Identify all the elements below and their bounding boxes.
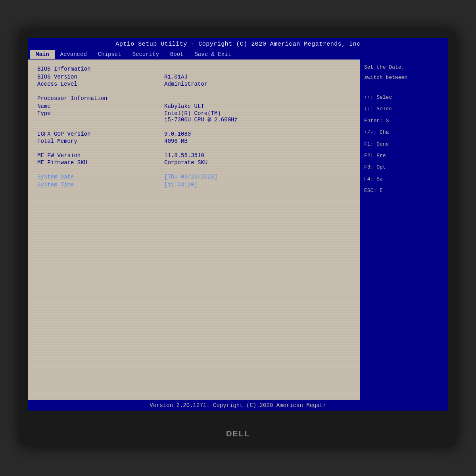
tab-chipset[interactable]: Chipset xyxy=(92,50,127,59)
processor-name-row: Name Kabylake ULT xyxy=(37,103,351,109)
me-sku-value: Corporate SKU xyxy=(164,159,207,166)
main-panel: BIOS Information BIOS Version R1.01AJ Ac… xyxy=(28,60,361,409)
help-divider xyxy=(364,87,445,87)
shortcut-esc: ESC: E xyxy=(364,186,445,195)
total-memory-row: Total Memory 4096 MB xyxy=(37,138,351,144)
bios-version-value: R1.01AJ xyxy=(164,74,188,80)
igfx-gop-row: IGFX GOP Version 9.0.1080 xyxy=(37,131,351,137)
igfx-gop-label: IGFX GOP Version xyxy=(37,131,164,137)
system-date-label: System Date xyxy=(37,174,164,180)
access-level-value: Administrator xyxy=(164,81,207,87)
system-date-row[interactable]: System Date [Thu 03/23/2023] xyxy=(37,174,351,180)
igfx-gop-value: 9.0.1080 xyxy=(164,131,191,137)
processor-name-label: Name xyxy=(37,103,164,109)
tab-main[interactable]: Main xyxy=(30,50,55,59)
shortcut-select-item: ↑↓: Selec xyxy=(364,104,445,113)
processor-type-label: Type xyxy=(37,110,164,123)
help-text-line2: switch between xyxy=(364,74,445,82)
processor-info-section: Processor Information Name Kabylake ULT … xyxy=(37,95,351,123)
processor-type-value: Intel(R) Core(TM) i5-7300U CPU @ 2.60GHz xyxy=(164,110,238,123)
processor-name-value: Kabylake ULT xyxy=(164,103,204,109)
shortcut-f1: F1: Gene xyxy=(364,140,445,149)
menu-bar-title-row: Aptio Setup Utility - Copyright (C) 2020… xyxy=(28,39,448,49)
system-time-value[interactable]: [11:33:20] xyxy=(164,182,198,188)
tab-save-exit[interactable]: Save & Exit xyxy=(189,50,236,59)
help-panel: Set the Date. switch between ++: Selec ↑… xyxy=(361,60,448,409)
tab-boot[interactable]: Boot xyxy=(165,50,189,59)
processor-type-row: Type Intel(R) Core(TM) i5-7300U CPU @ 2.… xyxy=(37,110,351,123)
tab-security[interactable]: Security xyxy=(127,50,165,59)
me-fw-value: 11.8.55.3510 xyxy=(164,152,204,159)
me-fw-row: ME FW Version 11.8.55.3510 xyxy=(37,152,351,159)
bios-info-title: BIOS Information xyxy=(37,66,351,72)
system-date-value[interactable]: [Thu 03/23/2023] xyxy=(164,174,217,180)
footer-text: Version 2.20.1271. Copyright (C) 2020 Am… xyxy=(150,402,326,409)
shortcut-enter: Enter: S xyxy=(364,116,445,125)
me-section: ME FW Version 11.8.55.3510 ME Firmware S… xyxy=(37,152,351,166)
content-area: BIOS Information BIOS Version R1.01AJ Ac… xyxy=(28,60,448,409)
me-sku-row: ME Firmware SKU Corporate SKU xyxy=(37,159,351,166)
total-memory-label: Total Memory xyxy=(37,138,164,144)
monitor-brand: DELL xyxy=(226,429,250,438)
me-sku-label: ME Firmware SKU xyxy=(37,159,164,166)
total-memory-value: 4096 MB xyxy=(164,138,188,144)
system-datetime-section: System Date [Thu 03/23/2023] System Time… xyxy=(37,174,351,188)
me-fw-label: ME FW Version xyxy=(37,152,164,159)
processor-info-title: Processor Information xyxy=(37,95,351,102)
bios-version-row: BIOS Version R1.01AJ xyxy=(37,74,351,80)
monitor: Aptio Setup Utility - Copyright (C) 2020… xyxy=(20,30,456,446)
access-level-row: Access Level Administrator xyxy=(37,81,351,87)
system-time-row[interactable]: System Time [11:33:20] xyxy=(37,182,351,188)
shortcut-f3: F3: Opt xyxy=(364,163,445,172)
status-bar: Version 2.20.1271. Copyright (C) 2020 Am… xyxy=(28,400,448,411)
help-text-line1: Set the Date. xyxy=(364,63,445,71)
bios-screen: Aptio Setup Utility - Copyright (C) 2020… xyxy=(28,38,448,411)
shortcut-f4: F4: Sa xyxy=(364,175,445,184)
shortcut-change: +/-: Cha xyxy=(364,128,445,137)
shortcut-select-field: ++: Selec xyxy=(364,93,445,102)
bios-header: Aptio Setup Utility - Copyright (C) 2020… xyxy=(28,38,448,60)
bios-info-section: BIOS Information BIOS Version R1.01AJ Ac… xyxy=(37,66,351,87)
bios-version-label: BIOS Version xyxy=(37,74,164,80)
shortcut-f2: F2: Pre xyxy=(364,151,445,160)
igfx-section: IGFX GOP Version 9.0.1080 Total Memory 4… xyxy=(37,131,351,144)
bios-title: Aptio Setup Utility - Copyright (C) 2020… xyxy=(115,41,361,48)
access-level-label: Access Level xyxy=(37,81,164,87)
tab-advanced[interactable]: Advanced xyxy=(55,50,92,59)
menu-tabs: Main Advanced Chipset Security Boot Save… xyxy=(28,49,448,60)
system-time-label: System Time xyxy=(37,182,164,188)
